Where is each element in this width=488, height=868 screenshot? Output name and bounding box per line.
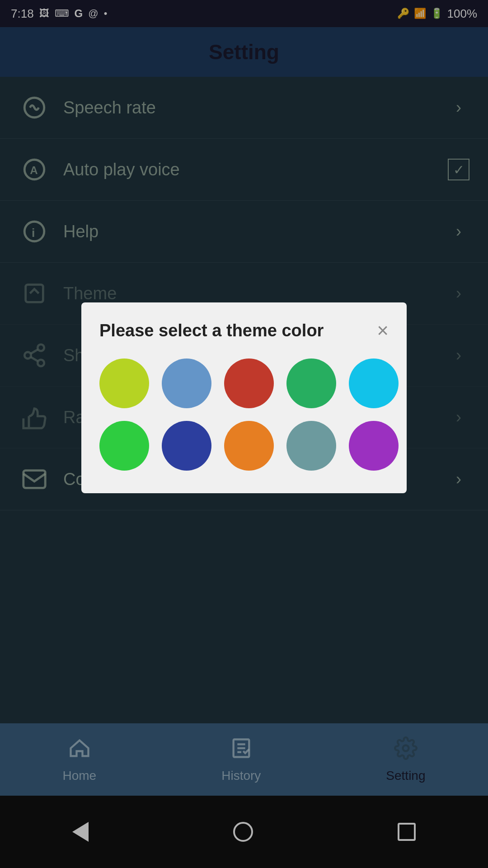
color-steel-blue[interactable]: [162, 359, 211, 408]
color-yellow-green[interactable]: [99, 359, 149, 408]
modal-overlay[interactable]: Please select a theme color ×: [0, 0, 488, 868]
color-picker-dialog: Please select a theme color ×: [81, 302, 407, 493]
color-purple[interactable]: [349, 421, 399, 471]
close-button[interactable]: ×: [377, 321, 389, 340]
color-crimson[interactable]: [224, 359, 274, 408]
color-orange[interactable]: [224, 421, 274, 471]
color-lime-green[interactable]: [99, 421, 149, 471]
dialog-title: Please select a theme color: [99, 321, 324, 340]
color-grid: [99, 359, 389, 471]
color-dark-blue[interactable]: [162, 421, 211, 471]
color-sky-blue[interactable]: [349, 359, 399, 408]
color-green[interactable]: [286, 359, 336, 408]
color-teal[interactable]: [286, 421, 336, 471]
dialog-header: Please select a theme color ×: [99, 321, 389, 340]
